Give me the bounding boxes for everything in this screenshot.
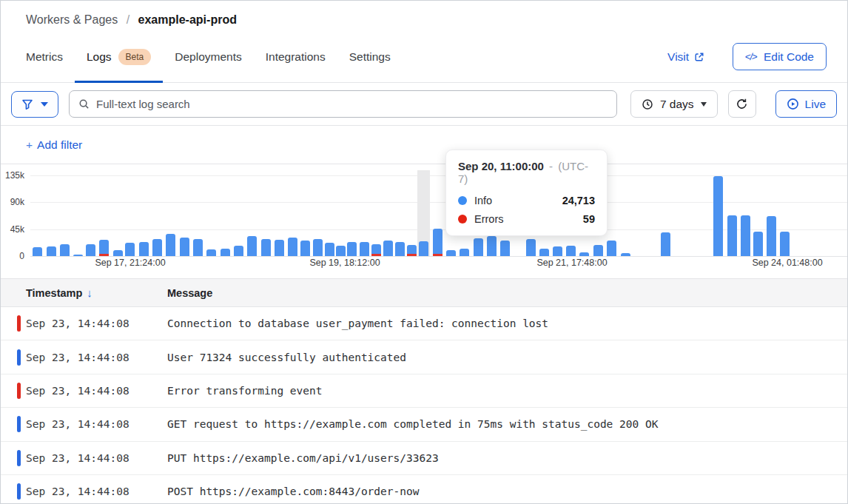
tab-deployments[interactable]: Deployments [163,31,253,82]
y-axis-tick: 90k [10,197,24,207]
log-row[interactable]: Sep 23, 14:44:08GET request to https://e… [1,408,847,441]
visit-link[interactable]: Visit [667,50,704,64]
chart-bar[interactable] [395,242,405,256]
chart-bar[interactable] [407,245,417,256]
x-axis-labels: Sep 17, 21:24:00Sep 19, 18:12:00Sep 21, … [1,258,847,269]
log-search-input[interactable] [96,98,608,110]
chart-bar[interactable] [125,243,135,256]
log-row[interactable]: Sep 23, 14:44:08User 71324 successfully … [1,340,847,374]
x-axis-tick: Sep 19, 18:12:00 [309,258,380,268]
chart-bar[interactable] [727,215,737,256]
search-box[interactable] [69,90,617,118]
code-icon: </> [744,51,758,62]
chart-bar[interactable] [621,253,630,256]
chart-bar[interactable] [526,239,536,256]
tab-integrations[interactable]: Integrations [254,31,337,82]
chart-bar[interactable] [741,215,750,256]
chart-bar[interactable] [419,241,428,256]
chart-bar[interactable] [47,246,56,256]
tab-settings[interactable]: Settings [337,31,403,82]
chart-bar[interactable] [487,236,497,256]
chart-bar[interactable] [446,250,456,256]
chart-bar[interactable] [753,232,763,256]
chart-bar[interactable] [780,232,790,256]
chart-bar[interactable] [99,240,109,256]
log-message: PUT https://example.com/api/v1/users/336… [167,452,439,464]
chart-bar[interactable] [60,244,70,256]
log-row[interactable]: Sep 23, 14:44:08POST https://example.com… [1,475,847,504]
chart-bar[interactable] [180,238,189,256]
chart-bar[interactable] [500,241,510,256]
gridline [30,256,847,257]
chart-bar[interactable] [139,242,149,256]
live-button[interactable]: Live [775,90,837,118]
chart-bar[interactable] [325,243,334,256]
chart-bar[interactable] [288,238,297,256]
chart-bar[interactable] [300,241,310,256]
time-range-value: 7 days [660,98,694,111]
chart-bar[interactable] [360,242,369,256]
chart-bar[interactable] [261,239,271,256]
tab-logs[interactable]: LogsBeta [75,31,163,82]
sort-desc-icon: ↓ [87,286,92,299]
chart-bar[interactable] [566,246,576,256]
breadcrumb-separator: / [127,13,129,26]
chart-bar[interactable] [553,246,562,256]
log-row[interactable]: Sep 23, 14:44:08Connection to database u… [1,307,847,340]
log-message: POST https://example.com:8443/order-now [167,485,419,497]
chart-bar[interactable] [539,249,549,256]
chart-bar[interactable] [73,255,83,256]
chart-bar[interactable] [661,232,670,256]
chart-bar[interactable] [113,250,123,256]
gridline [30,202,847,203]
chart-bar[interactable] [433,229,442,256]
chart-bar[interactable] [152,239,162,256]
chart-bar[interactable] [371,244,381,256]
log-timestamp: Sep 23, 14:44:08 [26,385,129,397]
chart-bar[interactable] [593,245,603,256]
tab-label: Integrations [266,50,326,64]
chart-bar[interactable] [247,236,257,256]
edit-code-label: Edit Code [764,50,814,64]
time-range-select[interactable]: 7 days [630,90,718,118]
chart-bar[interactable] [33,247,42,256]
log-row[interactable]: Sep 23, 14:44:08PUT https://example.com/… [1,442,847,475]
chart-bar[interactable] [275,240,284,256]
chart-bar[interactable] [86,244,95,256]
chart-bar[interactable] [221,249,230,256]
series-dot-icon [458,196,467,205]
breadcrumb: Workers & Pages / example-api-prod [1,1,847,31]
chart-bar[interactable] [460,249,469,256]
chart-bar[interactable] [607,241,616,256]
series-label: Info [474,195,492,206]
beta-badge: Beta [118,49,152,65]
refresh-button[interactable] [728,90,756,118]
log-message: Connection to database user_payment fail… [167,317,548,329]
filter-dropdown-button[interactable] [11,91,58,118]
chart-bar[interactable] [713,176,723,256]
chart-bar[interactable] [347,242,357,256]
chart-bar[interactable] [193,239,203,256]
info-level-indicator [17,450,21,466]
chart-bar[interactable] [474,238,483,256]
breadcrumb-section[interactable]: Workers & Pages [26,13,118,26]
chart-bar[interactable] [579,252,589,256]
message-column-header: Message [167,287,212,299]
series-value: 24,713 [562,195,595,206]
add-filter-row: +Add filter [1,126,847,164]
timestamp-column-header[interactable]: Timestamp↓ [26,286,92,299]
info-level-indicator [17,349,21,366]
chart-bar[interactable] [336,246,346,256]
edit-code-button[interactable]: </> Edit Code [733,43,827,70]
chart-bar[interactable] [767,216,776,256]
tab-metrics[interactable]: Metrics [14,31,75,82]
add-filter-button[interactable]: +Add filter [26,138,82,152]
chart-bar[interactable] [383,241,393,256]
chart-bar[interactable] [166,234,175,256]
live-label: Live [805,98,826,111]
chart-bar[interactable] [206,249,216,256]
external-link-icon [694,52,704,62]
chart-bar[interactable] [234,246,243,256]
chart-bar[interactable] [313,239,323,256]
log-row[interactable]: Sep 23, 14:44:08Error transforming event [1,374,847,408]
